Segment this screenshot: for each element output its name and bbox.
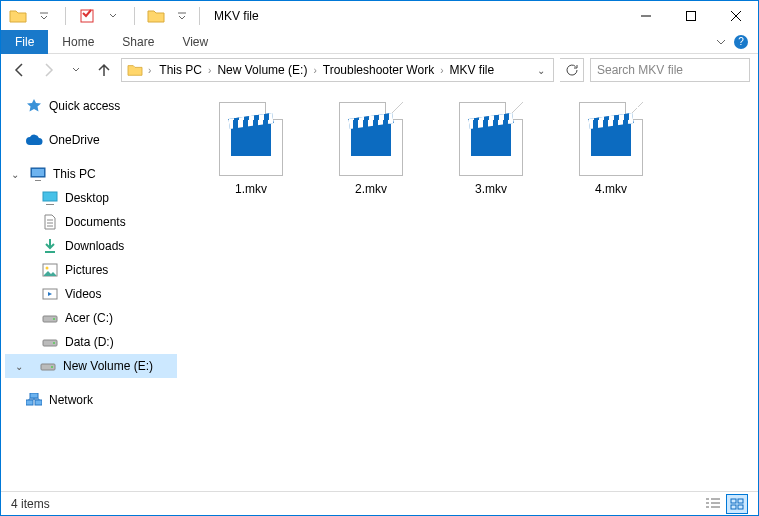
file-label: 2.mkv [355, 182, 387, 196]
qat-dropdown-icon[interactable] [102, 5, 124, 27]
star-icon [25, 97, 43, 115]
sidebar-item-acer-c-[interactable]: Acer (C:) [5, 306, 177, 330]
svg-point-10 [53, 318, 55, 320]
breadcrumb-segment[interactable]: Troubleshooter Work [319, 63, 438, 77]
svg-rect-5 [43, 192, 57, 201]
maximize-button[interactable] [668, 1, 713, 30]
file-item[interactable]: 3.mkv [431, 96, 551, 206]
status-text: 4 items [11, 497, 50, 511]
folder-icon[interactable] [145, 5, 167, 27]
sidebar-item-label: Videos [65, 287, 101, 301]
svg-rect-15 [26, 400, 33, 405]
chevron-right-icon[interactable]: › [206, 65, 213, 76]
file-label: 4.mkv [595, 182, 627, 196]
file-item[interactable]: 4.mkv [551, 96, 671, 206]
sidebar-item-label: Data (D:) [65, 335, 114, 349]
svg-rect-16 [35, 400, 42, 405]
ribbon-expand-icon[interactable] [716, 37, 726, 47]
sidebar-item-label: OneDrive [49, 133, 100, 147]
minimize-button[interactable] [623, 1, 668, 30]
sidebar-item-label: Pictures [65, 263, 108, 277]
qat-dropdown-icon[interactable] [33, 5, 55, 27]
sidebar-item-new-volume-e-[interactable]: ⌄New Volume (E:) [5, 354, 177, 378]
window-controls [623, 1, 758, 30]
svg-point-12 [53, 342, 55, 344]
qat-customize-icon[interactable] [171, 5, 193, 27]
network-icon [25, 391, 43, 409]
sidebar-item-label: Network [49, 393, 93, 407]
search-input[interactable] [597, 63, 747, 77]
svg-rect-1 [686, 11, 695, 20]
search-box[interactable] [590, 58, 750, 82]
sidebar-item-label: This PC [53, 167, 96, 181]
downloads-icon [41, 237, 59, 255]
videos-icon [41, 285, 59, 303]
content-area[interactable]: 1.mkv2.mkv3.mkv4.mkv [181, 86, 758, 491]
help-icon[interactable]: ? [734, 35, 748, 49]
file-tab[interactable]: File [1, 30, 48, 54]
svg-rect-17 [30, 393, 38, 398]
sidebar-this-pc[interactable]: ⌄ This PC [5, 162, 177, 186]
folder-icon [126, 61, 144, 79]
sidebar-item-label: New Volume (E:) [63, 359, 153, 373]
recent-dropdown-icon[interactable] [65, 59, 87, 81]
tab-share[interactable]: Share [108, 30, 168, 54]
sidebar-item-downloads[interactable]: Downloads [5, 234, 177, 258]
close-button[interactable] [713, 1, 758, 30]
sidebar-item-pictures[interactable]: Pictures [5, 258, 177, 282]
sidebar-quick-access[interactable]: Quick access [5, 94, 177, 118]
sidebar-item-label: Acer (C:) [65, 311, 113, 325]
sidebar-item-label: Desktop [65, 191, 109, 205]
video-file-icon [339, 102, 403, 176]
chevron-right-icon[interactable]: › [311, 65, 318, 76]
svg-rect-4 [32, 169, 44, 176]
video-file-icon [459, 102, 523, 176]
sidebar-item-label: Documents [65, 215, 126, 229]
sidebar-item-label: Quick access [49, 99, 120, 113]
tab-view[interactable]: View [168, 30, 222, 54]
svg-rect-18 [731, 499, 736, 503]
sidebar-item-documents[interactable]: Documents [5, 210, 177, 234]
body: Quick access OneDrive ⌄ This PC DesktopD… [1, 86, 758, 491]
large-icons-view-button[interactable] [726, 494, 748, 514]
svg-rect-19 [738, 499, 743, 503]
properties-icon[interactable] [76, 5, 98, 27]
desktop-icon [41, 189, 59, 207]
status-bar: 4 items [1, 491, 758, 515]
sidebar-onedrive[interactable]: OneDrive [5, 128, 177, 152]
sidebar-item-videos[interactable]: Videos [5, 282, 177, 306]
file-item[interactable]: 2.mkv [311, 96, 431, 206]
address-bar[interactable]: › This PC›New Volume (E:)›Troubleshooter… [121, 58, 554, 82]
quick-access-toolbar [1, 5, 193, 27]
sidebar-network[interactable]: Network [5, 388, 177, 412]
breadcrumb-segment[interactable]: This PC [155, 63, 206, 77]
video-file-icon [219, 102, 283, 176]
drive-icon [41, 309, 59, 327]
details-view-button[interactable] [702, 494, 724, 514]
sidebar-item-data-d-[interactable]: Data (D:) [5, 330, 177, 354]
file-item[interactable]: 1.mkv [191, 96, 311, 206]
ribbon-tabs: File HomeShareView ? [1, 30, 758, 54]
forward-button[interactable] [37, 59, 59, 81]
address-dropdown-icon[interactable]: ⌄ [537, 65, 549, 76]
svg-rect-21 [738, 505, 743, 509]
breadcrumb-segment[interactable]: MKV file [445, 63, 498, 77]
refresh-button[interactable] [560, 58, 584, 82]
title-bar: MKV file [1, 1, 758, 30]
file-label: 1.mkv [235, 182, 267, 196]
expand-caret-icon[interactable]: ⌄ [11, 169, 21, 180]
navigation-pane: Quick access OneDrive ⌄ This PC DesktopD… [1, 86, 181, 491]
chevron-right-icon[interactable]: › [146, 65, 153, 76]
up-button[interactable] [93, 59, 115, 81]
sidebar-item-desktop[interactable]: Desktop [5, 186, 177, 210]
address-row: › This PC›New Volume (E:)›Troubleshooter… [1, 54, 758, 86]
tab-home[interactable]: Home [48, 30, 108, 54]
folder-icon[interactable] [7, 5, 29, 27]
breadcrumb-segment[interactable]: New Volume (E:) [213, 63, 311, 77]
file-label: 3.mkv [475, 182, 507, 196]
window-title: MKV file [214, 9, 259, 23]
expand-caret-icon[interactable]: ⌄ [15, 361, 25, 372]
chevron-right-icon[interactable]: › [438, 65, 445, 76]
pictures-icon [41, 261, 59, 279]
back-button[interactable] [9, 59, 31, 81]
